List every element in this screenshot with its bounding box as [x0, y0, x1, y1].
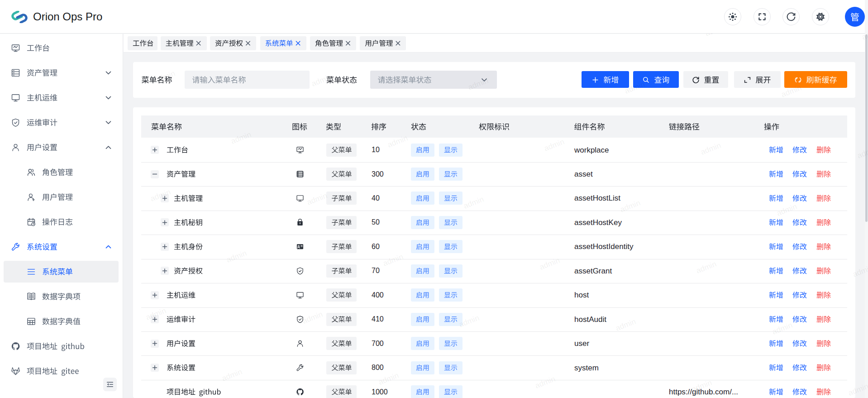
svg-text:admin: admin	[458, 313, 481, 329]
svg-text:admin: admin	[852, 263, 868, 278]
svg-text:admin: admin	[149, 187, 172, 203]
svg-text:admin: admin	[619, 198, 642, 214]
svg-text:admin: admin	[221, 367, 243, 383]
svg-text:admin: admin	[543, 137, 566, 153]
svg-text:admin: admin	[539, 256, 561, 271]
svg-text:admin: admin	[154, 69, 176, 84]
svg-text:admin: admin	[691, 378, 713, 393]
svg-text:admin: admin	[615, 317, 637, 332]
svg-text:admin: admin	[386, 134, 409, 149]
svg-text:admin: admin	[624, 80, 646, 95]
svg-text:admin: admin	[467, 76, 490, 91]
svg-text:admin: admin	[310, 72, 333, 88]
svg-text:admin: admin	[301, 310, 324, 325]
svg-text:admin: admin	[695, 259, 718, 275]
svg-text:admin: admin	[463, 195, 485, 210]
svg-text:admin: admin	[780, 83, 803, 99]
svg-text:admin: admin	[856, 144, 868, 160]
svg-text:admin: admin	[230, 130, 253, 145]
svg-text:admin: admin	[377, 371, 400, 386]
svg-text:admin: admin	[382, 252, 405, 268]
svg-text:admin: admin	[847, 382, 868, 397]
svg-text:admin: admin	[704, 22, 727, 38]
svg-text:admin: admin	[861, 26, 868, 41]
svg-text:admin: admin	[700, 141, 722, 156]
svg-text:admin: admin	[771, 321, 794, 336]
svg-text:admin: admin	[776, 202, 798, 217]
svg-text:admin: admin	[306, 191, 329, 206]
svg-text:admin: admin	[225, 249, 248, 264]
svg-text:admin: admin	[534, 374, 557, 390]
